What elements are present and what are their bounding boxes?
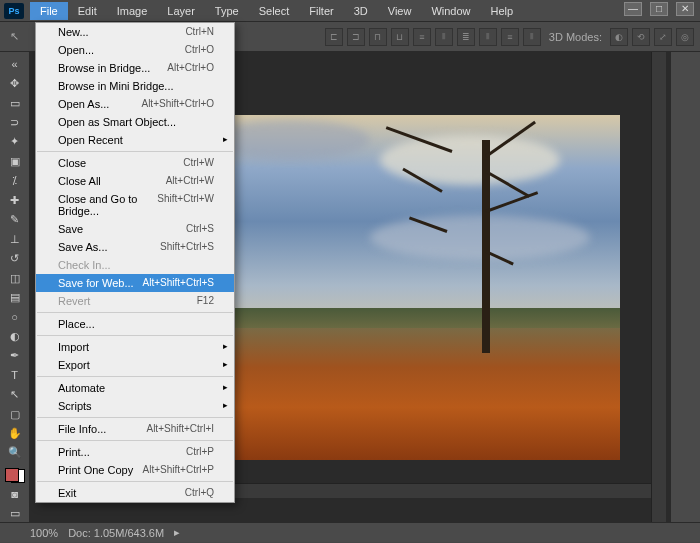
menu-item-import[interactable]: Import bbox=[36, 338, 234, 356]
crop-tool[interactable]: ▣ bbox=[4, 153, 26, 169]
mode-icon[interactable]: ⟲ bbox=[632, 28, 650, 46]
shortcut: Alt+Ctrl+O bbox=[167, 62, 214, 74]
shortcut: Ctrl+S bbox=[186, 223, 214, 235]
toolbox: « ✥▭⊃✦▣⁒✚✎⊥↺◫▤○◐✒T↖▢✋🔍◙▭ bbox=[0, 52, 30, 522]
eyedropper-tool[interactable]: ⁒ bbox=[4, 173, 26, 189]
menu-separator bbox=[37, 151, 233, 152]
menu-item-label: Open as Smart Object... bbox=[58, 116, 176, 128]
zoom-level[interactable]: 100% bbox=[30, 527, 58, 539]
menu-separator bbox=[37, 417, 233, 418]
menu-help[interactable]: Help bbox=[481, 2, 524, 20]
menu-item-save-for-web[interactable]: Save for Web...Alt+Shift+Ctrl+S bbox=[36, 274, 234, 292]
menu-item-file-info[interactable]: File Info...Alt+Shift+Ctrl+I bbox=[36, 420, 234, 438]
menu-item-print-one-copy[interactable]: Print One CopyAlt+Shift+Ctrl+P bbox=[36, 461, 234, 479]
distribute-icon[interactable]: ≡ bbox=[501, 28, 519, 46]
align-icon[interactable]: ⊏ bbox=[325, 28, 343, 46]
menu-item-open[interactable]: Open...Ctrl+O bbox=[36, 41, 234, 59]
zoom-tool[interactable]: 🔍 bbox=[4, 445, 26, 461]
menu-item-close[interactable]: CloseCtrl+W bbox=[36, 154, 234, 172]
menu-item-scripts[interactable]: Scripts bbox=[36, 397, 234, 415]
marquee-tool[interactable]: ▭ bbox=[4, 95, 26, 111]
menu-image[interactable]: Image bbox=[107, 2, 158, 20]
quickmask-icon[interactable]: ◙ bbox=[4, 486, 26, 502]
shortcut: Alt+Shift+Ctrl+O bbox=[141, 98, 214, 110]
menu-select[interactable]: Select bbox=[249, 2, 300, 20]
menu-item-browse-in-bridge[interactable]: Browse in Bridge...Alt+Ctrl+O bbox=[36, 59, 234, 77]
menu-item-label: Close All bbox=[58, 175, 101, 187]
menu-item-close-and-go-to-bridge[interactable]: Close and Go to Bridge...Shift+Ctrl+W bbox=[36, 190, 234, 220]
magic-wand-tool[interactable]: ✦ bbox=[4, 134, 26, 150]
shortcut: Ctrl+Q bbox=[185, 487, 214, 499]
menu-item-export[interactable]: Export bbox=[36, 356, 234, 374]
chevron-right-icon[interactable]: ▸ bbox=[174, 526, 180, 539]
screenmode-icon[interactable]: ▭ bbox=[4, 506, 26, 522]
panels-collapsed[interactable] bbox=[670, 52, 700, 522]
distribute-icon[interactable]: ⦀ bbox=[435, 28, 453, 46]
menu-file[interactable]: File bbox=[30, 2, 68, 20]
shortcut: Alt+Shift+Ctrl+S bbox=[143, 277, 214, 289]
align-icon[interactable]: ⊔ bbox=[391, 28, 409, 46]
pen-tool[interactable]: ✒ bbox=[4, 348, 26, 364]
dodge-tool[interactable]: ◐ bbox=[4, 328, 26, 344]
menu-item-close-all[interactable]: Close AllAlt+Ctrl+W bbox=[36, 172, 234, 190]
blur-tool[interactable]: ○ bbox=[4, 309, 26, 325]
rectangle-tool[interactable]: ▢ bbox=[4, 406, 26, 422]
distribute-icon[interactable]: ≡ bbox=[413, 28, 431, 46]
gradient-tool[interactable]: ▤ bbox=[4, 289, 26, 305]
collapse-icon[interactable]: « bbox=[4, 56, 26, 72]
shortcut: Shift+Ctrl+W bbox=[157, 193, 214, 217]
healing-tool[interactable]: ✚ bbox=[4, 192, 26, 208]
menu-3d[interactable]: 3D bbox=[344, 2, 378, 20]
distribute-icon[interactable]: ⦀ bbox=[523, 28, 541, 46]
minimize-button[interactable]: — bbox=[624, 2, 642, 16]
menu-view[interactable]: View bbox=[378, 2, 422, 20]
menu-separator bbox=[37, 312, 233, 313]
stamp-tool[interactable]: ⊥ bbox=[4, 231, 26, 247]
maximize-button[interactable]: □ bbox=[650, 2, 668, 16]
menu-item-label: Print... bbox=[58, 446, 90, 458]
menu-window[interactable]: Window bbox=[421, 2, 480, 20]
menu-edit[interactable]: Edit bbox=[68, 2, 107, 20]
canvas-content bbox=[482, 140, 490, 354]
menu-item-save-as[interactable]: Save As...Shift+Ctrl+S bbox=[36, 238, 234, 256]
menu-item-automate[interactable]: Automate bbox=[36, 379, 234, 397]
distribute-icon[interactable]: ≣ bbox=[457, 28, 475, 46]
menu-separator bbox=[37, 335, 233, 336]
menu-item-place[interactable]: Place... bbox=[36, 315, 234, 333]
hand-tool[interactable]: ✋ bbox=[4, 425, 26, 441]
file-menu-dropdown: New...Ctrl+NOpen...Ctrl+OBrowse in Bridg… bbox=[35, 22, 235, 503]
lasso-tool[interactable]: ⊃ bbox=[4, 114, 26, 130]
move-tool[interactable]: ✥ bbox=[4, 75, 26, 91]
history-brush-tool[interactable]: ↺ bbox=[4, 250, 26, 266]
eraser-tool[interactable]: ◫ bbox=[4, 270, 26, 286]
menu-item-print[interactable]: Print...Ctrl+P bbox=[36, 443, 234, 461]
menu-item-save[interactable]: SaveCtrl+S bbox=[36, 220, 234, 238]
menu-item-browse-in-mini-bridge[interactable]: Browse in Mini Bridge... bbox=[36, 77, 234, 95]
app-logo: Ps bbox=[4, 3, 24, 19]
color-swatches[interactable] bbox=[5, 468, 25, 483]
menu-item-label: Save for Web... bbox=[58, 277, 134, 289]
shortcut: Ctrl+P bbox=[186, 446, 214, 458]
shortcut: Shift+Ctrl+S bbox=[160, 241, 214, 253]
menu-item-open-as[interactable]: Open As...Alt+Shift+Ctrl+O bbox=[36, 95, 234, 113]
menu-item-open-as-smart-object[interactable]: Open as Smart Object... bbox=[36, 113, 234, 131]
mode-icon[interactable]: ◐ bbox=[610, 28, 628, 46]
menu-item-label: Save bbox=[58, 223, 83, 235]
distribute-icon[interactable]: ⦀ bbox=[479, 28, 497, 46]
menu-item-new[interactable]: New...Ctrl+N bbox=[36, 23, 234, 41]
shortcut: Alt+Shift+Ctrl+I bbox=[146, 423, 214, 435]
modes-label: 3D Modes: bbox=[549, 31, 602, 43]
menu-item-exit[interactable]: ExitCtrl+Q bbox=[36, 484, 234, 502]
menu-layer[interactable]: Layer bbox=[157, 2, 205, 20]
menu-item-open-recent[interactable]: Open Recent bbox=[36, 131, 234, 149]
path-select-tool[interactable]: ↖ bbox=[4, 386, 26, 402]
align-icon[interactable]: ⊐ bbox=[347, 28, 365, 46]
close-button[interactable]: ✕ bbox=[676, 2, 694, 16]
menu-type[interactable]: Type bbox=[205, 2, 249, 20]
mode-icon[interactable]: ⤢ bbox=[654, 28, 672, 46]
brush-tool[interactable]: ✎ bbox=[4, 212, 26, 228]
mode-icon[interactable]: ◎ bbox=[676, 28, 694, 46]
type-tool[interactable]: T bbox=[4, 367, 26, 383]
menu-filter[interactable]: Filter bbox=[299, 2, 343, 20]
align-icon[interactable]: ⊓ bbox=[369, 28, 387, 46]
